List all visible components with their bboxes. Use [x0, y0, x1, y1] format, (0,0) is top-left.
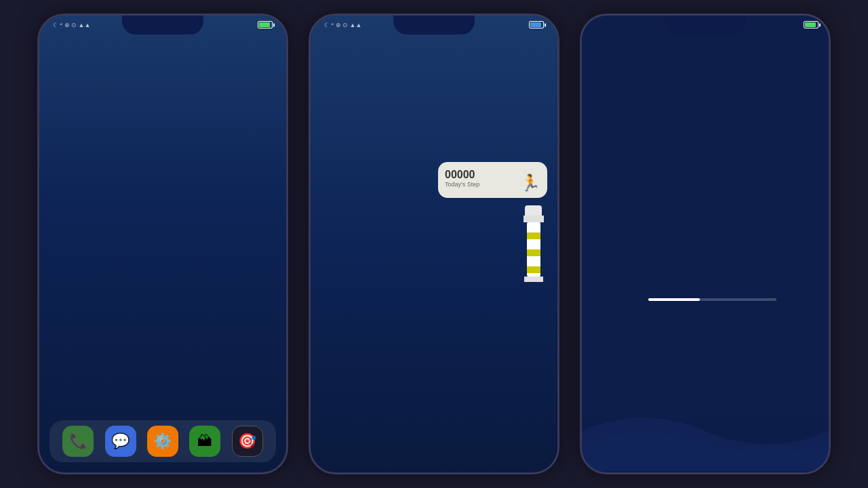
- gallery-icon: 🏔: [189, 426, 220, 457]
- widget-steps[interactable]: 00000 Today's Step 🏃: [438, 162, 547, 198]
- brightness-fill: [648, 298, 700, 301]
- notch-1: [122, 16, 203, 35]
- settings-icon: ⚙️: [147, 426, 178, 457]
- camera-icon: 🎯: [232, 426, 263, 457]
- battery-2: [529, 21, 544, 28]
- wave-decoration: [582, 391, 829, 472]
- phone1-background: [39, 16, 286, 472]
- brightness-bar: [648, 298, 776, 301]
- lighthouse: [521, 205, 545, 282]
- notch-3: [665, 16, 746, 35]
- bottom-dock: 📞 💬 ⚙️ 🏔 🎯: [50, 420, 276, 462]
- battery-3: [804, 21, 818, 28]
- dock-settings[interactable]: ⚙️: [144, 426, 181, 457]
- messages-icon: 💬: [105, 426, 136, 457]
- dock-gallery[interactable]: 🏔: [186, 426, 223, 457]
- battery-1: [258, 21, 273, 28]
- phone-3: EA ☾ * ⊕ ⊙ ▲▲ 15:48 Friday, October 07 ◎…: [580, 14, 831, 474]
- phone-2: ☾ * ⊕ ⊙ ▲▲ 15:48 2022/ 10/7 FRI Pro them…: [309, 14, 559, 474]
- dock-phone[interactable]: 📞: [60, 426, 96, 457]
- status-icons-1: [258, 21, 273, 28]
- steps-icon: 🏃: [520, 174, 540, 192]
- dock-messages[interactable]: 💬: [102, 426, 138, 457]
- lighthouse-top: [525, 205, 542, 216]
- status-icons-2: [529, 21, 544, 28]
- phone-icon: 📞: [62, 426, 94, 457]
- phone2-background: [311, 16, 557, 472]
- phone-1: ☾ * ⊕ ⊙ ▲▲ 15:48 10 / 07 FRI 🎬 Mi Video …: [37, 14, 288, 474]
- lighthouse-balcony: [524, 216, 544, 222]
- wave-svg: [582, 391, 829, 471]
- lighthouse-body: [527, 222, 540, 277]
- dock-camera[interactable]: 🎯: [229, 426, 266, 457]
- lighthouse-base: [524, 277, 543, 282]
- notch-2: [393, 16, 475, 35]
